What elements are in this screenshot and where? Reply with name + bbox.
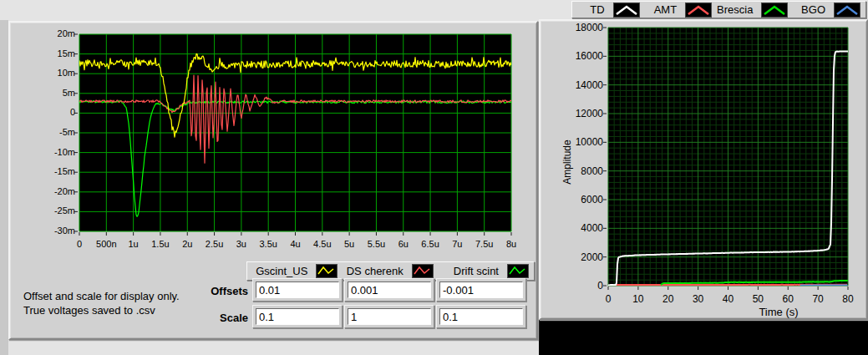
y-tick-label: 16000 [541,50,603,62]
amplitude-graph[interactable]: 1800016000140001200010000800060004000200… [541,21,866,318]
note-line-1: Offset and scale for display only. [23,289,180,303]
legend-item-amt[interactable]: AMT [645,3,718,18]
scale-input-3-frame [436,305,526,328]
line-style-icon[interactable] [507,264,529,278]
y-tick-label: -10m [10,147,75,157]
x-axis-title: Time (s) [728,306,829,318]
line-style-icon[interactable] [685,3,712,18]
legend-label: Brescia [717,3,753,16]
y-tick-label: 20m [10,28,75,38]
y-tick-label: 10m [10,68,75,78]
legend-item-gscint-us[interactable]: Gscint_US [247,264,343,278]
offset-input-1-frame [252,278,343,302]
y-tick-label: -5m [10,127,75,137]
scale-input-1-frame [252,305,343,328]
legend-item-ds-cherenk[interactable]: DS cherenk [343,264,438,278]
y-tick-label: -25m [10,205,75,216]
legend-label: AMT [654,3,677,16]
legend-label: Gscint_US [256,265,307,277]
y-tick-label: 15m [10,48,75,58]
scale-input-3[interactable] [439,308,523,325]
line-style-icon[interactable] [834,3,860,18]
y-tick-label: 0 [541,280,603,292]
waveform-panel: 20m15m10m5m0-5m-10m-15m-20m-25m-30m0500n… [8,21,538,340]
line-style-icon[interactable] [761,3,788,18]
legend-item-td[interactable]: TD [572,3,645,18]
legend-label: TD [590,3,604,16]
line-style-icon[interactable] [316,264,338,278]
y-tick-label: 12000 [541,108,603,119]
amplitude-panel: 1800016000140001200010000800060004000200… [539,19,868,320]
legend-label: DS cherenk [347,265,404,277]
y-tick-label: 0 [10,107,75,117]
line-style-icon[interactable] [613,3,640,18]
y-tick-label: -15m [10,166,75,176]
y-tick-label: -30m [10,226,75,236]
x-tick-label: 80 [830,293,866,305]
y-tick-label: 14000 [541,79,603,91]
y-tick-label: 5m [10,88,75,98]
note-text: Offset and scale for display only. True … [23,289,180,317]
y-axis-title: Amplitude [561,120,573,204]
offset-input-2[interactable] [348,281,431,298]
note-line-2: True voltages saved to .csv [23,303,180,317]
scale-input-1[interactable] [256,308,339,325]
offset-input-3[interactable] [439,281,523,298]
offset-input-2-frame [344,278,434,302]
window-edge [0,20,8,355]
offset-input-1[interactable] [256,281,339,298]
y-tick-label: 4000 [541,222,603,234]
legend-label: Drift scint [454,265,499,277]
bottom-black-area [539,320,868,355]
legend-label: BGO [801,3,825,16]
line-style-icon[interactable] [412,264,434,278]
scale-input-2[interactable] [348,308,431,325]
scale-input-2-frame [344,305,434,328]
y-tick-label: 2000 [541,251,603,263]
x-tick-label: 8u [493,239,530,249]
y-tick-label: -20m [10,186,75,196]
legend-item-bgo[interactable]: BGO [793,3,865,18]
y-tick-label: 18000 [541,22,603,33]
offset-input-3-frame [436,278,526,302]
legend-item-drift-scint[interactable]: Drift scint [439,264,534,278]
legend-item-brescia[interactable]: Brescia [717,3,793,18]
amplitude-legend: TD AMT Brescia BGO [571,1,866,18]
